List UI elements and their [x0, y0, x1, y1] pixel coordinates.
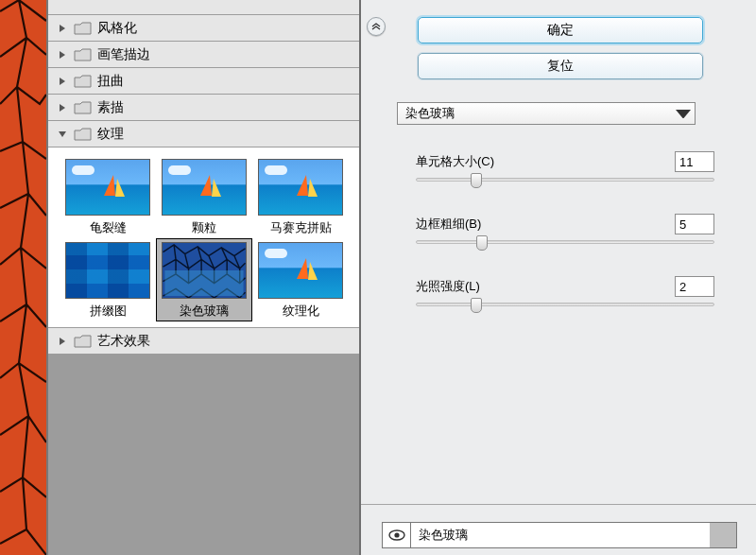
chevron-right-icon [58, 77, 67, 86]
thumb-stained-glass[interactable]: 染色玻璃 [156, 238, 252, 321]
category-label: 风格化 [97, 20, 137, 37]
filter-select-dropdown[interactable]: 染色玻璃 [397, 102, 696, 125]
thumb-image [65, 242, 150, 299]
svg-marker-2 [60, 51, 65, 59]
effect-layers-strip: 染色玻璃 [361, 504, 756, 555]
filter-settings-panel: 确定 复位 染色玻璃 单元格大小(C) 边框粗细(B) [361, 0, 756, 555]
svg-marker-5 [59, 131, 66, 137]
effect-layer-row[interactable]: 染色玻璃 [382, 522, 737, 548]
eye-icon [388, 529, 405, 541]
dropdown-value: 染色玻璃 [405, 105, 455, 122]
chevron-right-icon [58, 24, 67, 33]
thumb-label: 马赛克拼贴 [252, 219, 349, 236]
chevron-down-icon [676, 107, 691, 121]
slider-light-intensity: 光照强度(L) [416, 276, 714, 306]
slider-label: 单元格大小(C) [416, 153, 494, 170]
light-input[interactable] [675, 276, 714, 297]
folder-icon [74, 100, 92, 114]
slider-label: 边框粗细(B) [416, 216, 481, 233]
category-label: 艺术效果 [97, 333, 150, 350]
thumb-label: 染色玻璃 [156, 303, 252, 320]
thumb-grain[interactable]: 颗粒 [156, 155, 252, 238]
thumb-label: 纹理化 [252, 303, 349, 320]
cell-size-input[interactable] [675, 151, 714, 172]
visibility-toggle[interactable] [383, 523, 411, 547]
category-label: 画笔描边 [97, 46, 150, 63]
chevron-down-icon [58, 130, 67, 139]
category-label: 纹理 [97, 126, 124, 143]
category-sketch[interactable]: 素描 [48, 95, 359, 121]
layer-end-spacer [710, 523, 736, 547]
border-input[interactable] [675, 214, 714, 234]
svg-marker-4 [60, 104, 65, 112]
thumb-image [65, 159, 150, 216]
svg-rect-6 [164, 270, 243, 296]
thumb-label: 颗粒 [156, 219, 252, 236]
collapse-button[interactable] [367, 17, 386, 36]
category-artistic[interactable]: 艺术效果 [48, 328, 359, 355]
thumb-image [258, 159, 343, 216]
category-label: 扭曲 [97, 73, 124, 90]
reset-button[interactable]: 复位 [418, 53, 703, 79]
thumb-label: 拼缀图 [60, 303, 156, 320]
slider-cell-size: 单元格大小(C) [416, 151, 714, 182]
slider-label: 光照强度(L) [416, 278, 480, 295]
folder-icon [74, 127, 92, 141]
folder-icon [74, 21, 92, 35]
folder-icon [74, 47, 92, 61]
thumb-image [162, 159, 247, 216]
category-distort[interactable]: 扭曲 [48, 68, 359, 95]
slider-thumb[interactable] [476, 235, 488, 251]
thumb-texturizer[interactable]: 纹理化 [252, 238, 349, 321]
thumb-label: 龟裂缝 [60, 219, 156, 236]
cell-size-slider[interactable] [416, 178, 714, 182]
filter-gallery-panel: 风格化 画笔描边 扭曲 [46, 0, 361, 555]
svg-marker-1 [60, 25, 65, 32]
slider-group: 单元格大小(C) 边框粗细(B) 光照强度(L) [416, 151, 714, 306]
svg-point-10 [394, 532, 399, 537]
category-label: 素描 [97, 99, 124, 116]
folder-icon [74, 74, 92, 88]
border-slider[interactable] [416, 240, 714, 244]
thumb-patchwork[interactable]: 拼缀图 [60, 238, 156, 321]
slider-thumb[interactable] [471, 173, 482, 188]
chevron-right-icon [58, 50, 67, 60]
category-stylize[interactable]: 风格化 [48, 15, 359, 42]
svg-marker-7 [60, 338, 65, 345]
light-slider[interactable] [416, 303, 714, 306]
thumb-craquelure[interactable]: 龟裂缝 [60, 155, 156, 238]
thumb-image [162, 242, 247, 299]
thumb-mosaic-tiles[interactable]: 马赛克拼贴 [252, 155, 349, 238]
chevron-right-icon [58, 337, 67, 346]
effect-layer-label: 染色玻璃 [411, 523, 710, 547]
chevron-right-icon [58, 103, 67, 113]
category-texture[interactable]: 纹理 [48, 121, 359, 147]
svg-marker-3 [60, 78, 65, 85]
slider-thumb[interactable] [471, 298, 482, 313]
category-brush-strokes[interactable]: 画笔描边 [48, 42, 359, 68]
ok-button[interactable]: 确定 [418, 17, 703, 43]
thumb-image [258, 242, 343, 299]
svg-marker-8 [676, 110, 691, 119]
panel-top-spacer [48, 0, 359, 15]
folder-icon [74, 334, 92, 348]
filter-category-list: 风格化 画笔描边 扭曲 [48, 15, 359, 355]
preview-sliver [0, 0, 46, 555]
texture-thumb-grid: 龟裂缝 颗粒 马赛克拼贴 拼缀图 [48, 147, 359, 328]
slider-border-thickness: 边框粗细(B) [416, 214, 714, 244]
